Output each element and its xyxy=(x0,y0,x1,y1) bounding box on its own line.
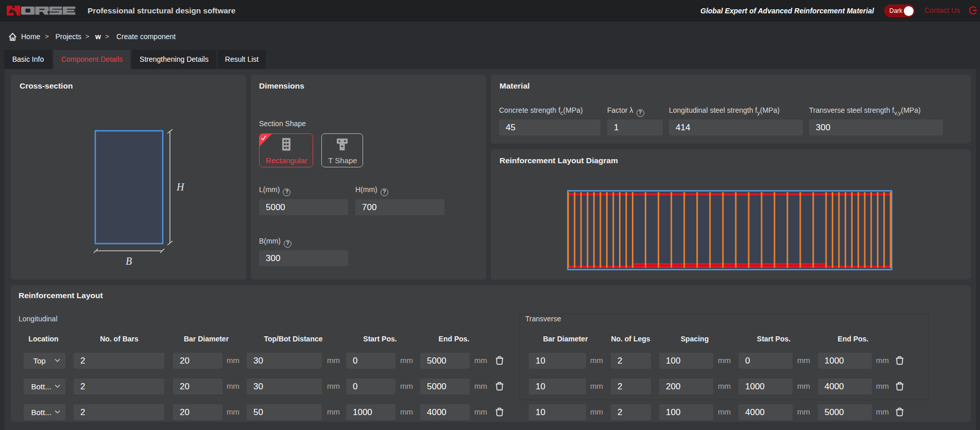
svg-text:B: B xyxy=(126,255,132,267)
svg-text:H: H xyxy=(176,181,185,193)
